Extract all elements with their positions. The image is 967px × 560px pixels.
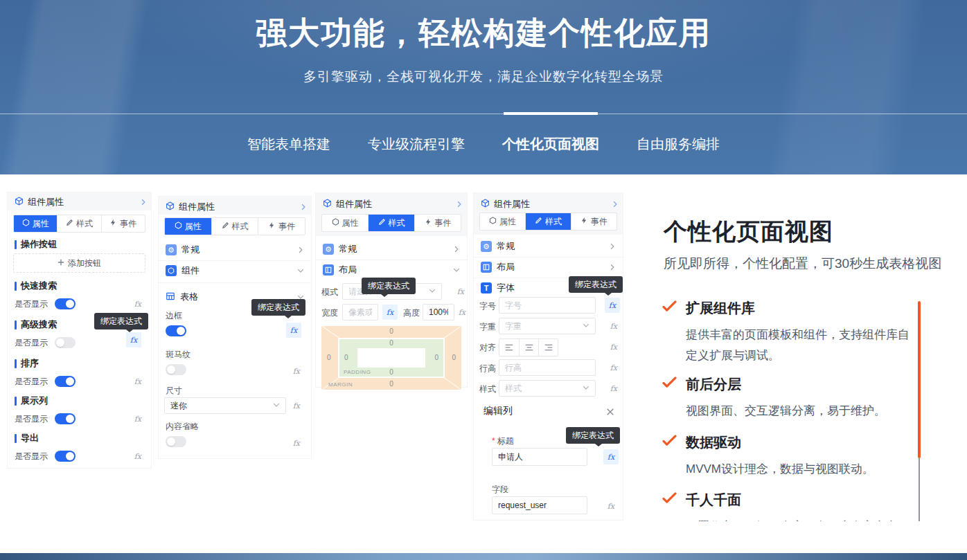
size-select[interactable]: 迷你	[164, 397, 286, 414]
fx-bind-button[interactable]: fx	[293, 401, 300, 410]
fx-bind-button-active[interactable]: fx	[605, 298, 620, 313]
tab-event[interactable]: 事件	[258, 218, 305, 235]
section-layout[interactable]: 布局	[481, 258, 616, 276]
chevron-right-icon[interactable]	[300, 204, 307, 210]
feature-desc: MVVM设计理念，数据与视图联动。	[686, 459, 874, 480]
section-general[interactable]: ⚙ 常规	[166, 241, 304, 259]
tab-style[interactable]: 样式	[57, 215, 100, 232]
chevron-down-icon	[429, 287, 436, 296]
visibility-toggle[interactable]	[55, 337, 76, 348]
fx-bind-button[interactable]: fx	[610, 384, 617, 393]
tab-style[interactable]: 样式	[211, 218, 258, 235]
margin-top-value[interactable]: 0	[389, 328, 393, 335]
margin-left-value[interactable]: 0	[327, 354, 331, 361]
padding-box[interactable]: 0 0 0 0 PADDING	[338, 338, 445, 378]
feature-title: 千人千面	[686, 491, 898, 509]
panel-header: 组件属性	[15, 195, 147, 209]
align-button-group	[499, 338, 558, 356]
toggle-knob	[167, 437, 175, 446]
tab-smart-form[interactable]: 智能表单搭建	[247, 135, 330, 154]
fx-bind-button[interactable]: fx	[610, 363, 617, 372]
style-select[interactable]: 样式	[499, 380, 596, 397]
fx-bind-button-active[interactable]: fx	[603, 449, 619, 464]
section-component[interactable]: 组件	[166, 262, 304, 280]
field-input[interactable]	[492, 496, 587, 514]
tab-properties[interactable]: 属性	[480, 213, 525, 230]
tab-label: 属性	[342, 217, 359, 229]
tab-process-engine[interactable]: 专业级流程引擎	[368, 135, 465, 154]
visibility-toggle[interactable]	[55, 413, 76, 424]
bottom-accent-bar	[0, 553, 967, 560]
table-icon	[166, 291, 175, 303]
bind-expression-tooltip: 绑定表达式	[251, 299, 305, 316]
height-input[interactable]	[423, 304, 454, 320]
tab-style[interactable]: 样式	[525, 213, 571, 230]
fx-bind-button-active[interactable]: fx	[382, 305, 398, 320]
visibility-toggle[interactable]	[55, 298, 76, 309]
align-left-button[interactable]	[499, 339, 519, 356]
section-export: 导出	[15, 432, 39, 444]
margin-bottom-value[interactable]: 0	[389, 381, 393, 388]
tab-page-view[interactable]: 个性化页面视图	[502, 135, 599, 154]
font-size-input[interactable]	[499, 297, 596, 314]
fx-bind-button-active[interactable]: fx	[286, 323, 301, 338]
section-general[interactable]: ⚙ 常规	[323, 240, 460, 258]
box-model-editor[interactable]: 0 0 0 0 MARGIN 0 0 0 0 PADDING	[321, 326, 461, 390]
fx-bind-button[interactable]: fx	[134, 300, 141, 309]
fx-bind-button[interactable]: fx	[457, 287, 464, 296]
fx-bind-button[interactable]: fx	[134, 377, 141, 386]
line-height-input[interactable]	[499, 359, 596, 376]
section-layout[interactable]: 布局	[323, 261, 460, 279]
visibility-toggle[interactable]	[55, 451, 76, 462]
padding-bottom-value[interactable]: 0	[389, 369, 393, 376]
section-bar	[15, 240, 17, 249]
font-weight-select[interactable]: 字重	[499, 318, 596, 334]
padding-top-value[interactable]: 0	[389, 340, 393, 347]
chevron-down-icon	[583, 383, 589, 393]
fx-bind-button[interactable]: fx	[610, 322, 617, 331]
chevron-right-icon[interactable]	[612, 201, 619, 208]
tab-style[interactable]: 样式	[368, 215, 414, 231]
fx-bind-button-active[interactable]: fx	[126, 332, 141, 347]
visibility-toggle[interactable]	[55, 376, 76, 387]
padding-right-value[interactable]: 0	[434, 354, 438, 361]
tab-event[interactable]: 事件	[414, 215, 461, 231]
tab-divider-line	[0, 114, 967, 114]
fx-bind-button[interactable]: fx	[459, 308, 465, 317]
style-icon	[378, 218, 386, 228]
chevron-right-icon[interactable]	[456, 201, 463, 208]
visibility-label: 是否显示	[15, 413, 48, 425]
feature-scroll-indicator-track[interactable]	[919, 458, 920, 521]
tab-properties[interactable]: 属性	[14, 215, 57, 232]
fx-bind-button[interactable]: fx	[134, 415, 141, 424]
section-general[interactable]: ⚙ 常规	[481, 237, 616, 255]
title-input[interactable]	[492, 448, 587, 466]
tab-event[interactable]: 事件	[101, 215, 145, 232]
fx-bind-button[interactable]: fx	[607, 502, 614, 511]
zebra-toggle[interactable]	[166, 364, 186, 375]
visibility-row: 是否显示 fx	[15, 374, 141, 389]
align-center-button[interactable]	[519, 339, 538, 356]
align-right-button[interactable]	[538, 339, 558, 356]
add-button[interactable]: 添加按钮	[13, 253, 145, 273]
close-icon[interactable]	[606, 406, 614, 419]
fx-bind-button[interactable]: fx	[134, 452, 141, 461]
fx-bind-button[interactable]: fx	[293, 367, 300, 376]
check-icon	[662, 492, 677, 521]
fx-bind-button[interactable]: fx	[293, 439, 300, 448]
tab-event[interactable]: 事件	[571, 213, 616, 230]
width-input[interactable]	[342, 304, 378, 320]
cube-icon	[481, 199, 490, 210]
tab-properties[interactable]: 属性	[165, 218, 211, 235]
style-icon	[66, 219, 73, 228]
tab-service-orchestration[interactable]: 自由服务编排	[637, 135, 720, 154]
bind-expression-tooltip: 绑定表达式	[566, 427, 620, 444]
chevron-right-icon[interactable]	[140, 199, 147, 206]
border-toggle[interactable]	[166, 325, 186, 336]
divider	[159, 282, 311, 283]
margin-right-value[interactable]: 0	[452, 354, 456, 361]
tab-properties[interactable]: 属性	[322, 215, 368, 231]
padding-left-value[interactable]: 0	[344, 354, 348, 361]
fx-bind-button[interactable]: fx	[610, 343, 617, 352]
ellipsis-toggle[interactable]	[166, 436, 186, 447]
